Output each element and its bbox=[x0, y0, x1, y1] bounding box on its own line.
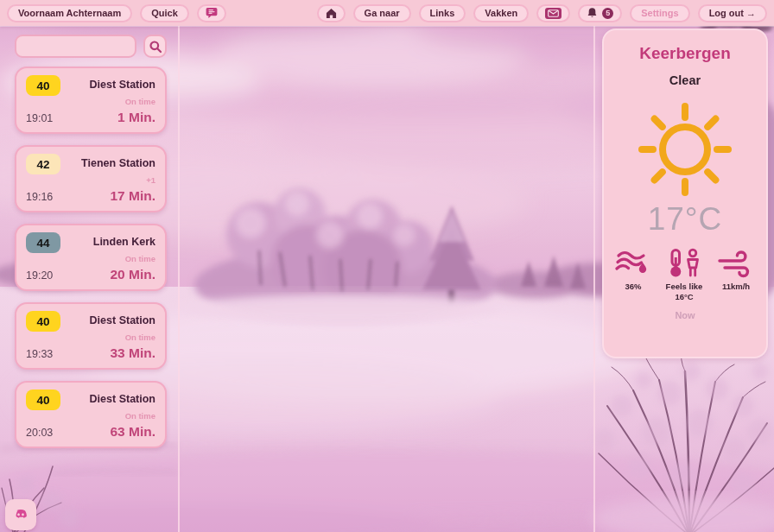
search-icon bbox=[149, 40, 162, 54]
departure-card[interactable]: 40 Diest Station On time 20:03 63 Min. bbox=[15, 381, 167, 448]
weather-panel: Keerbergen Clear 17°C bbox=[593, 26, 774, 532]
topbar: Voornaam Achternaam Quick Ga naar Links … bbox=[0, 0, 774, 26]
search-input[interactable] bbox=[15, 35, 136, 58]
humidity-value: 36% bbox=[625, 282, 641, 292]
status-label: +1 bbox=[26, 175, 155, 185]
chat-bubble-icon bbox=[206, 7, 218, 19]
ga-naar-button[interactable]: Ga naar bbox=[353, 4, 411, 22]
bell-icon bbox=[587, 7, 598, 19]
discord-icon bbox=[10, 504, 32, 526]
departure-card[interactable]: 40 Diest Station On time 19:01 1 Min. bbox=[15, 66, 167, 134]
humidity-stat: 36% bbox=[615, 248, 651, 292]
departure-time: 19:16 bbox=[26, 191, 53, 203]
departure-card[interactable]: 42 Tienen Station +1 19:16 17 Min. bbox=[15, 145, 167, 212]
wind-icon bbox=[717, 248, 755, 279]
line-number-badge: 40 bbox=[26, 311, 60, 332]
home-icon bbox=[326, 8, 337, 19]
departure-time: 20:03 bbox=[26, 427, 53, 439]
departure-card[interactable]: 44 Linden Kerk On time 19:20 20 Min. bbox=[15, 224, 167, 291]
wind-value: 11km/h bbox=[722, 282, 750, 292]
countdown-label: 33 Min. bbox=[110, 345, 155, 361]
topbar-left-group: Voornaam Achternaam Quick bbox=[7, 4, 226, 22]
status-label: On time bbox=[26, 332, 155, 342]
envelope-icon bbox=[545, 8, 561, 19]
wind-stat: 11km/h bbox=[717, 248, 755, 292]
countdown-label: 20 Min. bbox=[110, 267, 155, 282]
weather-location: Keerbergen bbox=[604, 44, 766, 63]
status-label: On time bbox=[26, 97, 155, 106]
departures-sidebar: 40 Diest Station On time 19:01 1 Min. 42… bbox=[0, 26, 180, 532]
links-button[interactable]: Links bbox=[419, 4, 466, 22]
destination-label: Diest Station bbox=[90, 311, 155, 326]
status-label: On time bbox=[26, 254, 155, 263]
user-profile-button[interactable]: Voornaam Achternaam bbox=[7, 4, 132, 22]
weather-condition: Clear bbox=[604, 73, 766, 87]
sun-icon bbox=[637, 101, 733, 198]
notification-count-badge: 5 bbox=[602, 8, 613, 19]
line-number-badge: 40 bbox=[26, 75, 60, 96]
destination-label: Tienen Station bbox=[81, 154, 155, 169]
topbar-right-group: Ga naar Links Vakken 5 Settings Log out … bbox=[317, 4, 767, 22]
chat-button[interactable] bbox=[197, 4, 226, 22]
search-row bbox=[15, 35, 178, 58]
destination-label: Diest Station bbox=[90, 75, 155, 91]
logout-button[interactable]: Log out → bbox=[698, 4, 767, 22]
feels-like-value: Feels like 16°C bbox=[663, 282, 705, 302]
countdown-label: 1 Min. bbox=[117, 110, 155, 125]
feels-like-stat: Feels like 16°C bbox=[663, 248, 705, 302]
line-number-badge: 42 bbox=[26, 154, 60, 174]
departure-time: 19:01 bbox=[26, 112, 53, 124]
countdown-label: 17 Min. bbox=[110, 188, 155, 204]
departure-time: 19:33 bbox=[26, 348, 53, 360]
line-number-badge: 44 bbox=[26, 232, 60, 253]
quick-button[interactable]: Quick bbox=[140, 4, 189, 22]
weather-stats-row: 36% Feels like 16°C bbox=[604, 248, 766, 302]
countdown-label: 63 Min. bbox=[110, 424, 155, 440]
destination-label: Linden Kerk bbox=[93, 232, 155, 248]
feels-like-icon bbox=[665, 248, 703, 279]
departure-time: 19:20 bbox=[26, 269, 53, 282]
temperature-value: 17°C bbox=[604, 201, 766, 238]
search-button[interactable] bbox=[143, 35, 167, 58]
departure-card[interactable]: 40 Diest Station On time 19:33 33 Min. bbox=[15, 302, 167, 370]
home-button[interactable] bbox=[317, 4, 346, 22]
vakken-button[interactable]: Vakken bbox=[473, 4, 529, 22]
weather-period-label: Now bbox=[604, 310, 766, 320]
line-number-badge: 40 bbox=[26, 390, 60, 410]
status-label: On time bbox=[26, 411, 155, 421]
destination-label: Diest Station bbox=[90, 390, 155, 405]
notifications-button[interactable]: 5 bbox=[578, 4, 622, 22]
weather-card: Keerbergen Clear 17°C bbox=[602, 28, 768, 358]
settings-button[interactable]: Settings bbox=[630, 4, 689, 22]
humidity-icon bbox=[615, 248, 651, 279]
discord-button[interactable] bbox=[5, 499, 36, 530]
messages-button[interactable] bbox=[536, 4, 570, 22]
